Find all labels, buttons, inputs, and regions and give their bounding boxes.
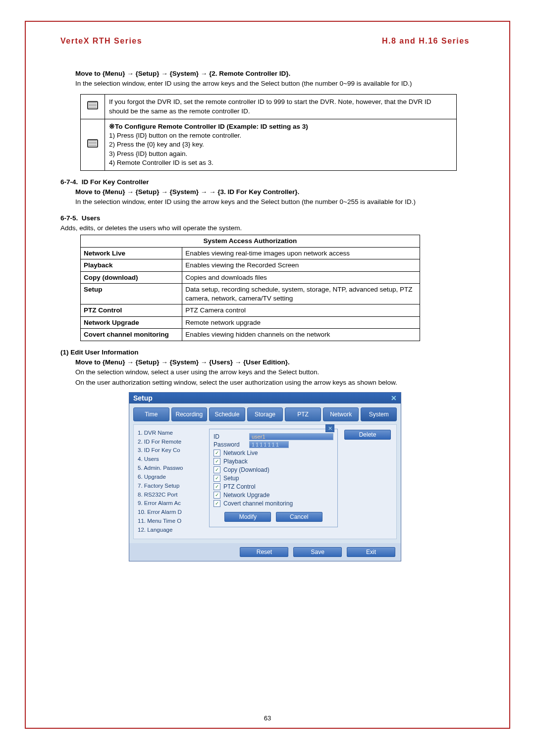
permission-row: ✓Playback <box>214 458 333 465</box>
intro-desc: In the selection window, enter ID using … <box>75 79 470 88</box>
sec674-desc: In the selection window, enter ID using … <box>75 198 470 206</box>
auth-label: Covert channel monitoring <box>81 329 182 341</box>
auth-value: PTZ Camera control <box>182 304 420 317</box>
exit-button[interactable]: Exit <box>347 547 395 557</box>
setup-window: Setup ✕ TimeRecordingScheduleStoragePTZN… <box>129 392 401 561</box>
auth-value: Data setup, recording schedule, system, … <box>182 284 420 304</box>
permission-row: ✓Copy (Download) <box>214 466 333 473</box>
page-number: 63 <box>26 714 509 722</box>
system-menu-list: 1. DVR Name2. ID For Remote3. ID For Key… <box>138 429 205 535</box>
auth-label: Setup <box>81 284 182 304</box>
header-right: H.8 and H.16 Series <box>382 37 470 46</box>
list-item[interactable]: 7. Factory Setup <box>138 482 205 491</box>
permission-row: ✓Covert channel monitoring <box>214 500 333 507</box>
permission-row: ✓Network Upgrade <box>214 492 333 499</box>
list-item[interactable]: 8. RS232C Port <box>138 491 205 500</box>
permission-label: Setup <box>223 475 239 482</box>
auth-label: PTZ Control <box>81 304 182 317</box>
sec674-move-to: Move to {Menu} → {Setup} → {System} → → … <box>75 188 470 197</box>
auth-label: Playback <box>81 259 182 272</box>
checkbox[interactable]: ✓ <box>214 483 220 490</box>
list-item[interactable]: 1. DVR Name <box>138 429 205 438</box>
id-field[interactable]: user1 <box>249 433 333 440</box>
permission-label: Covert channel monitoring <box>223 500 293 507</box>
reset-button[interactable]: Reset <box>240 547 288 557</box>
note-row-2: ※To Configure Remote Controller ID (Exam… <box>105 119 457 170</box>
tab-system[interactable]: System <box>361 407 397 421</box>
list-item[interactable]: 11. Menu Time O <box>138 517 205 526</box>
password-field[interactable]: 1111111 <box>249 441 289 448</box>
permission-label: Network Live <box>223 450 258 456</box>
list-item[interactable]: 9. Error Alarm Ac <box>138 499 205 508</box>
user-edit-modal: ✕ ID user1 Password 1111111 ✓Network Liv… <box>209 429 338 527</box>
checkbox[interactable]: ✓ <box>214 458 220 465</box>
permission-label: Copy (Download) <box>223 466 269 473</box>
auth-caption: System Access Authorization <box>81 235 420 248</box>
tab-network[interactable]: Network <box>323 407 359 421</box>
checkbox[interactable]: ✓ <box>214 500 220 507</box>
table-row: PTZ ControlPTZ Camera control <box>81 304 420 317</box>
checkbox[interactable]: ✓ <box>214 492 220 499</box>
auth-label: Network Upgrade <box>81 316 182 329</box>
table-row: Covert channel monitoringEnables viewing… <box>81 329 420 341</box>
auth-value: Enables viewing real-time images upon ne… <box>182 247 420 259</box>
auth-value: Enables viewing the Recorded Screen <box>182 259 420 272</box>
note-icon <box>87 139 98 148</box>
table-row: PlaybackEnables viewing the Recorded Scr… <box>81 259 420 272</box>
checkbox[interactable]: ✓ <box>214 466 220 473</box>
permission-label: Network Upgrade <box>223 492 269 499</box>
tab-time[interactable]: Time <box>133 407 169 421</box>
auth-label: Network Live <box>81 247 182 259</box>
list-item[interactable]: 5. Admin. Passwo <box>138 464 205 473</box>
section-675: 6-7-5. Users <box>60 214 470 223</box>
list-item[interactable]: 3. ID For Key Co <box>138 446 205 455</box>
intro-move-to: Move to {Menu} → {Setup} → {System} → {2… <box>75 69 470 78</box>
modify-button[interactable]: Modify <box>224 512 271 522</box>
header-left: VerteX RTH Series <box>60 37 142 46</box>
edit-user-move-to: Move to {Menu} → {Setup} → {System} → {U… <box>75 358 470 367</box>
password-label: Password <box>214 441 245 448</box>
note-table: If you forgot the DVR ID, set the remote… <box>80 94 457 171</box>
list-item[interactable]: 4. Users <box>138 455 205 464</box>
sec675-desc: Adds, edits, or deletes the users who wi… <box>60 224 470 233</box>
list-item[interactable]: 12. Language <box>138 526 205 535</box>
permission-row: ✓Setup <box>214 475 333 482</box>
close-icon[interactable]: ✕ <box>391 394 397 402</box>
table-row: Network UpgradeRemote network upgrade <box>81 316 420 329</box>
table-row: Network LiveEnables viewing real-time im… <box>81 247 420 259</box>
cancel-button[interactable]: Cancel <box>276 512 322 522</box>
auth-value: Copies and downloads files <box>182 271 420 284</box>
list-item[interactable]: 6. Upgrade <box>138 473 205 482</box>
edit-user-l1: On the selection window, select a user u… <box>75 368 470 377</box>
list-item[interactable]: 10. Error Alarm D <box>138 508 205 517</box>
modal-close-icon[interactable]: ✕ <box>325 424 334 432</box>
table-row: Copy (download)Copies and downloads file… <box>81 271 420 284</box>
save-button[interactable]: Save <box>293 547 342 557</box>
auth-table: System Access Authorization Network Live… <box>80 235 420 341</box>
checkbox[interactable]: ✓ <box>214 475 220 482</box>
note-icon <box>87 101 98 110</box>
auth-value: Enables viewing hidden channels on the n… <box>182 329 420 341</box>
permission-label: Playback <box>223 458 248 465</box>
tab-ptz[interactable]: PTZ <box>285 407 321 421</box>
id-label: ID <box>214 433 245 440</box>
edit-user-heading: (1) Edit User Information <box>60 349 139 356</box>
permission-row: ✓Network Live <box>214 450 333 456</box>
tab-storage[interactable]: Storage <box>247 407 283 421</box>
note-row-1: If you forgot the DVR ID, set the remote… <box>105 95 457 119</box>
edit-user-l2: On the user authorization setting window… <box>75 378 470 387</box>
tab-schedule[interactable]: Schedule <box>209 407 245 421</box>
table-row: SetupData setup, recording schedule, sys… <box>81 284 420 304</box>
tab-recording[interactable]: Recording <box>171 407 208 421</box>
setup-title: Setup <box>133 394 153 402</box>
section-674: 6-7-4. ID For Key Controller <box>60 178 470 187</box>
delete-button[interactable]: Delete <box>344 430 391 440</box>
auth-label: Copy (download) <box>81 271 182 284</box>
auth-value: Remote network upgrade <box>182 316 420 329</box>
list-item[interactable]: 2. ID For Remote <box>138 438 205 447</box>
permission-row: ✓PTZ Control <box>214 483 333 490</box>
permission-label: PTZ Control <box>223 483 256 490</box>
checkbox[interactable]: ✓ <box>214 450 220 456</box>
